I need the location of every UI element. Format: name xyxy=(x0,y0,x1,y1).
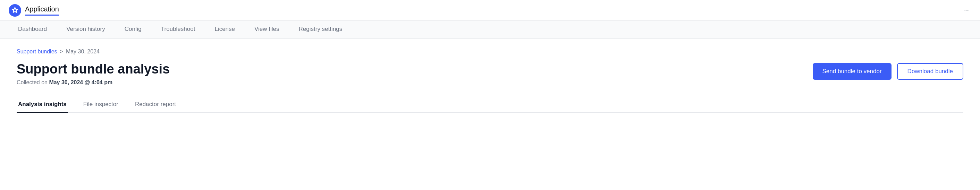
breadcrumb: Support bundles > May 30, 2024 xyxy=(17,49,963,55)
breadcrumb-link[interactable]: Support bundles xyxy=(17,49,57,55)
nav-item-version-history[interactable]: Version history xyxy=(57,21,115,39)
page-header: Support bundle analysis Collected on May… xyxy=(17,62,963,86)
nav-item-config[interactable]: Config xyxy=(115,21,151,39)
app-logo-icon xyxy=(8,4,22,17)
svg-point-2 xyxy=(14,10,16,11)
nav-item-registry-settings[interactable]: Registry settings xyxy=(289,21,352,39)
breadcrumb-separator: > xyxy=(60,49,63,55)
tab-analysis-insights[interactable]: Analysis insights xyxy=(17,97,68,113)
page-title: Support bundle analysis xyxy=(17,62,170,77)
nav-item-dashboard[interactable]: Dashboard xyxy=(8,21,57,39)
app-title: Application xyxy=(25,5,59,16)
collected-on-prefix: Collected on xyxy=(17,79,49,85)
page-header-left: Support bundle analysis Collected on May… xyxy=(17,62,170,86)
main-content: Support bundles > May 30, 2024 Support b… xyxy=(0,39,980,113)
collected-on: Collected on May 30, 2024 @ 4:04 pm xyxy=(17,79,170,86)
app-logo[interactable]: Application xyxy=(8,4,59,17)
breadcrumb-current: May 30, 2024 xyxy=(66,49,100,55)
send-bundle-button[interactable]: Send bundle to vendor xyxy=(813,63,891,80)
more-options-icon[interactable]: ··· xyxy=(960,3,972,17)
nav-item-license[interactable]: License xyxy=(205,21,245,39)
top-navigation: Application ··· xyxy=(0,0,980,21)
tab-file-inspector[interactable]: File inspector xyxy=(82,97,120,113)
nav-item-troubleshoot[interactable]: Troubleshoot xyxy=(151,21,205,39)
download-bundle-button[interactable]: Download bundle xyxy=(897,63,963,80)
tab-redactor-report[interactable]: Redactor report xyxy=(134,97,177,113)
collected-on-date: May 30, 2024 @ 4:04 pm xyxy=(49,79,113,85)
page-header-actions: Send bundle to vendor Download bundle xyxy=(813,62,963,80)
secondary-navigation: Dashboard Version history Config Trouble… xyxy=(0,21,980,39)
bottom-tabs: Analysis insights File inspector Redacto… xyxy=(17,97,963,113)
nav-item-view-files[interactable]: View files xyxy=(245,21,289,39)
